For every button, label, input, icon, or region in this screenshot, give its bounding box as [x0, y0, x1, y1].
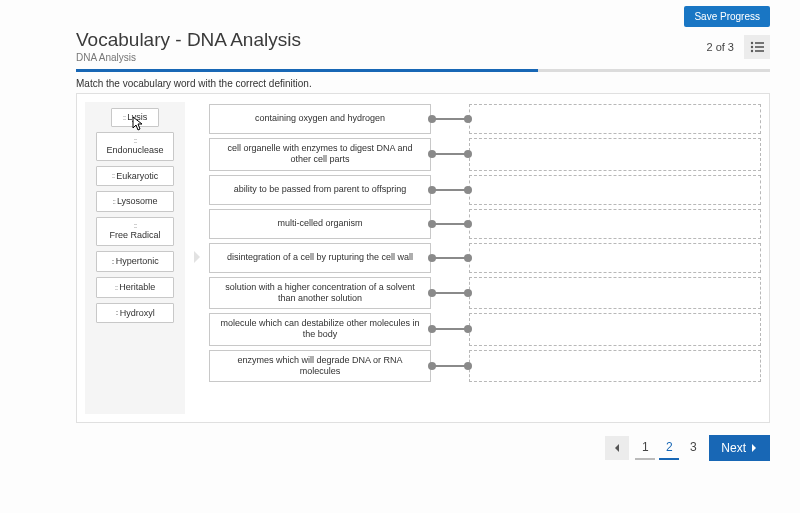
connector-line: [431, 328, 469, 330]
grip-icon: ::: [134, 136, 136, 146]
vocab-word[interactable]: ::Lysis: [111, 108, 159, 127]
drop-target[interactable]: [469, 175, 761, 205]
page-counter: 2 of 3: [706, 41, 734, 53]
definition-row: disintegration of a cell by rupturing th…: [209, 243, 761, 273]
list-view-button[interactable]: [744, 35, 770, 59]
vocab-word[interactable]: ::Hydroxyl: [96, 303, 174, 324]
page-title: Vocabulary - DNA Analysis: [76, 29, 301, 51]
definition-text: disintegration of a cell by rupturing th…: [209, 243, 431, 273]
vocab-word[interactable]: ::Endonuclease: [96, 132, 174, 161]
list-icon: [750, 41, 764, 53]
definition-row: ability to be passed from parent to offs…: [209, 175, 761, 205]
vocab-word-label: Lysis: [127, 112, 147, 122]
grip-icon: ::: [112, 171, 114, 181]
svg-point-2: [751, 46, 753, 48]
grip-icon: ::: [115, 283, 117, 293]
svg-rect-3: [755, 46, 764, 48]
grip-icon: ::: [123, 113, 125, 123]
chevron-left-icon: [613, 443, 621, 453]
vocab-word[interactable]: ::Free Radical: [96, 217, 174, 246]
connector-line: [431, 257, 469, 259]
next-button-label: Next: [721, 441, 746, 455]
vocab-word-label: Heritable: [119, 282, 155, 292]
definition-text: ability to be passed from parent to offs…: [209, 175, 431, 205]
drop-target[interactable]: [469, 104, 761, 134]
definition-row: multi-celled organism: [209, 209, 761, 239]
page-number[interactable]: 2: [659, 436, 679, 460]
definition-text: containing oxygen and hydrogen: [209, 104, 431, 134]
svg-rect-5: [755, 50, 764, 52]
definition-row: cell organelle with enzymes to digest DN…: [209, 138, 761, 171]
vocab-word[interactable]: ::Eukaryotic: [96, 166, 174, 187]
vocab-word-label: Free Radical: [109, 230, 160, 240]
drop-target[interactable]: [469, 277, 761, 310]
matching-activity: ::Lysis::Endonuclease::Eukaryotic::Lysos…: [76, 93, 770, 423]
chevron-right-icon: [750, 443, 758, 453]
divider-arrow-icon: [193, 250, 201, 266]
instruction-text: Match the vocabulary word with the corre…: [76, 78, 770, 89]
svg-point-0: [751, 42, 753, 44]
connector-line: [431, 292, 469, 294]
definition-text: solution with a higher concentration of …: [209, 277, 431, 310]
connector-line: [431, 153, 469, 155]
svg-point-4: [751, 50, 753, 52]
definition-text: multi-celled organism: [209, 209, 431, 239]
svg-rect-1: [755, 42, 764, 44]
connector-line: [431, 189, 469, 191]
drop-target[interactable]: [469, 243, 761, 273]
progress-bar: [76, 69, 770, 72]
page-subtitle: DNA Analysis: [76, 52, 301, 63]
grip-icon: ::: [112, 197, 114, 207]
definition-text: cell organelle with enzymes to digest DN…: [209, 138, 431, 171]
save-progress-button[interactable]: Save Progress: [684, 6, 770, 27]
page-number[interactable]: 1: [635, 436, 655, 460]
connector-line: [431, 223, 469, 225]
grip-icon: ::: [111, 257, 113, 267]
vocab-word[interactable]: ::Hypertonic: [96, 251, 174, 272]
vocab-word-label: Lysosome: [117, 196, 158, 206]
definition-text: enzymes which will degrade DNA or RNA mo…: [209, 350, 431, 383]
drop-target[interactable]: [469, 209, 761, 239]
prev-page-button[interactable]: [605, 436, 629, 460]
drop-target[interactable]: [469, 350, 761, 383]
definitions-column: containing oxygen and hydrogencell organ…: [209, 102, 761, 414]
definition-row: enzymes which will degrade DNA or RNA mo…: [209, 350, 761, 383]
page-number[interactable]: 3: [683, 436, 703, 460]
grip-icon: ::: [115, 308, 117, 318]
drop-target[interactable]: [469, 138, 761, 171]
vocab-word[interactable]: ::Heritable: [96, 277, 174, 298]
definition-row: containing oxygen and hydrogen: [209, 104, 761, 134]
vocab-word-label: Endonuclease: [106, 145, 163, 155]
definition-text: molecule which can destabilize other mol…: [209, 313, 431, 346]
grip-icon: ::: [134, 221, 136, 231]
definition-row: molecule which can destabilize other mol…: [209, 313, 761, 346]
definition-row: solution with a higher concentration of …: [209, 277, 761, 310]
vocab-word[interactable]: ::Lysosome: [96, 191, 174, 212]
vocab-word-label: Hydroxyl: [120, 308, 155, 318]
connector-line: [431, 118, 469, 120]
word-bank: ::Lysis::Endonuclease::Eukaryotic::Lysos…: [85, 102, 185, 414]
vocab-word-label: Eukaryotic: [116, 171, 158, 181]
drop-target[interactable]: [469, 313, 761, 346]
next-button[interactable]: Next: [709, 435, 770, 461]
vocab-word-label: Hypertonic: [116, 256, 159, 266]
connector-line: [431, 365, 469, 367]
